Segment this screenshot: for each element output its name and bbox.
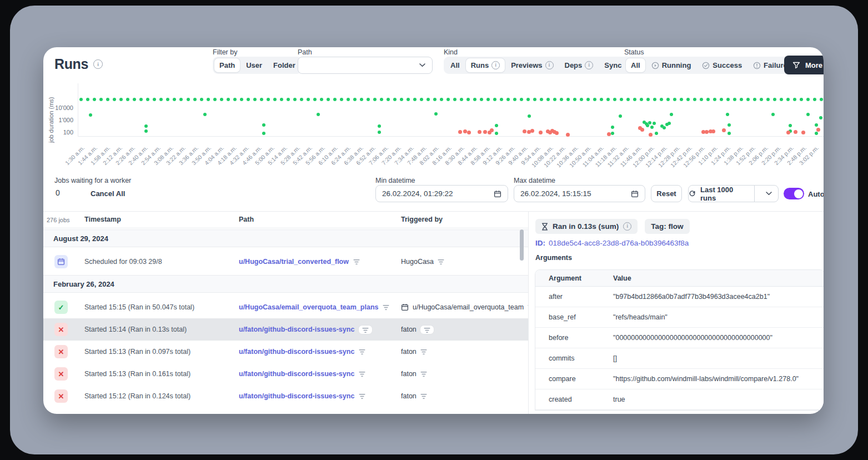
scatter-point[interactable]	[613, 98, 616, 101]
scatter-point[interactable]	[373, 98, 377, 101]
scatter-point[interactable]	[340, 98, 343, 101]
scatter-point[interactable]	[713, 98, 716, 101]
filter-by-user-icon[interactable]	[420, 393, 427, 399]
job-path-link[interactable]: u/faton/github-discord-issues-sync	[239, 392, 354, 400]
scatter-point[interactable]	[280, 98, 283, 101]
scatter-point[interactable]	[493, 98, 496, 101]
scatter-point[interactable]	[786, 131, 790, 134]
scatter-point[interactable]	[720, 98, 723, 101]
scatter-point[interactable]	[513, 98, 516, 101]
scatter-point[interactable]	[806, 113, 810, 116]
job-row[interactable]: ✓Started 15:15 (Ran in 50.047s total)u/H…	[43, 296, 528, 318]
scatter-point[interactable]	[794, 130, 797, 134]
scatter-point[interactable]	[633, 98, 636, 101]
scatter-point[interactable]	[566, 98, 570, 101]
scatter-point[interactable]	[113, 98, 116, 101]
scatter-point[interactable]	[706, 98, 710, 101]
scatter-point[interactable]	[262, 132, 265, 135]
scatter-point[interactable]	[526, 98, 530, 101]
scatter-point[interactable]	[133, 98, 136, 101]
scatter-point[interactable]	[663, 126, 666, 129]
scatter-point[interactable]	[806, 98, 810, 101]
scatter-point[interactable]	[446, 98, 450, 101]
scatter-point[interactable]	[159, 98, 163, 101]
scatter-point[interactable]	[727, 132, 731, 135]
scatter-point[interactable]	[722, 128, 726, 132]
scatter-point[interactable]	[746, 98, 750, 101]
scatter-point[interactable]	[680, 98, 683, 101]
job-path-link[interactable]: u/faton/github-discord-issues-sync	[239, 326, 354, 333]
scatter-point[interactable]	[606, 98, 610, 101]
scatter-point[interactable]	[460, 98, 463, 101]
scatter-point[interactable]	[360, 98, 363, 101]
scatter-point[interactable]	[320, 98, 323, 101]
scatter-point[interactable]	[733, 98, 736, 101]
scatter-point[interactable]	[626, 98, 630, 101]
argument-row[interactable]: compare"https://github.com/windmill-labs…	[535, 369, 824, 389]
scatter-point[interactable]	[486, 98, 490, 101]
scatter-point[interactable]	[317, 113, 320, 116]
status-running-button[interactable]: Running	[646, 58, 696, 72]
scatter-point[interactable]	[740, 98, 743, 101]
filter-by-path-icon[interactable]	[359, 326, 372, 334]
filterby-user-button[interactable]: User	[241, 58, 267, 72]
job-path-link[interactable]: u/faton/github-discord-issues-sync	[239, 370, 354, 378]
scatter-point[interactable]	[378, 131, 381, 134]
scatter-point[interactable]	[773, 98, 776, 101]
scatter-point[interactable]	[700, 98, 703, 101]
scatter-point[interactable]	[819, 116, 822, 119]
scatter-point[interactable]	[539, 131, 543, 134]
scatter-point[interactable]	[530, 129, 534, 133]
filter-by-path-icon[interactable]	[359, 371, 365, 377]
scatter-point[interactable]	[566, 133, 570, 137]
filter-by-user-icon[interactable]	[420, 371, 427, 377]
job-row[interactable]: ✕Started 15:12 (Ran in 0.124s total)u/fa…	[43, 385, 528, 407]
scatter-point[interactable]	[666, 98, 670, 101]
chevron-down-icon[interactable]	[759, 192, 778, 196]
scatter-point[interactable]	[233, 98, 237, 101]
scatter-point[interactable]	[387, 98, 390, 101]
scatter-point[interactable]	[620, 98, 623, 101]
scatter-point[interactable]	[273, 98, 277, 101]
scatter-point[interactable]	[467, 131, 471, 134]
argument-row[interactable]: base_ref"refs/heads/main"	[535, 307, 824, 328]
scatter-point[interactable]	[546, 98, 550, 101]
scatter-point[interactable]	[207, 98, 210, 101]
scatter-point[interactable]	[495, 132, 498, 135]
scatter-point[interactable]	[648, 121, 651, 124]
scatter-point[interactable]	[89, 113, 92, 117]
more-filters-button[interactable]: More f	[784, 56, 824, 74]
scatter-point[interactable]	[300, 98, 303, 101]
scatter-point[interactable]	[146, 98, 149, 101]
scatter-point[interactable]	[400, 98, 403, 101]
scatter-point[interactable]	[711, 129, 715, 133]
scatter-point[interactable]	[593, 98, 596, 101]
scatter-point[interactable]	[327, 98, 330, 101]
scatter-point[interactable]	[267, 98, 270, 101]
filter-by-user-icon[interactable]	[420, 349, 427, 355]
kind-runs-button[interactable]: Runsi	[466, 58, 505, 72]
scatter-point[interactable]	[611, 126, 614, 129]
filterby-path-button[interactable]: Path	[214, 58, 240, 72]
scatter-point[interactable]	[653, 98, 656, 101]
scatter-point[interactable]	[705, 130, 709, 134]
scatter-point[interactable]	[573, 98, 576, 101]
argument-row[interactable]: before"000000000000000000000000000000000…	[535, 328, 824, 348]
scatter-point[interactable]	[463, 129, 467, 133]
scatter-point[interactable]	[262, 123, 265, 127]
job-row[interactable]: ✕Started 15:14 (Ran in 0.13s total)u/fat…	[43, 318, 528, 341]
job-row[interactable]: Scheduled for 09:03 29/8u/HugoCasa/trial…	[43, 251, 528, 273]
reset-button[interactable]: Reset	[651, 185, 682, 202]
scatter-point[interactable]	[106, 98, 109, 101]
scatter-point[interactable]	[640, 128, 644, 132]
scatter-point[interactable]	[179, 98, 183, 101]
scatter-point[interactable]	[458, 130, 462, 134]
scatter-point[interactable]	[93, 98, 96, 101]
job-path-link[interactable]: u/faton/github-discord-issues-sync	[239, 348, 354, 356]
scatter-point[interactable]	[766, 98, 770, 101]
scatter-point[interactable]	[820, 98, 823, 101]
scatter-point[interactable]	[586, 98, 590, 101]
scatter-point[interactable]	[553, 98, 556, 101]
path-select[interactable]	[298, 57, 433, 74]
scatter-point[interactable]	[203, 113, 207, 116]
